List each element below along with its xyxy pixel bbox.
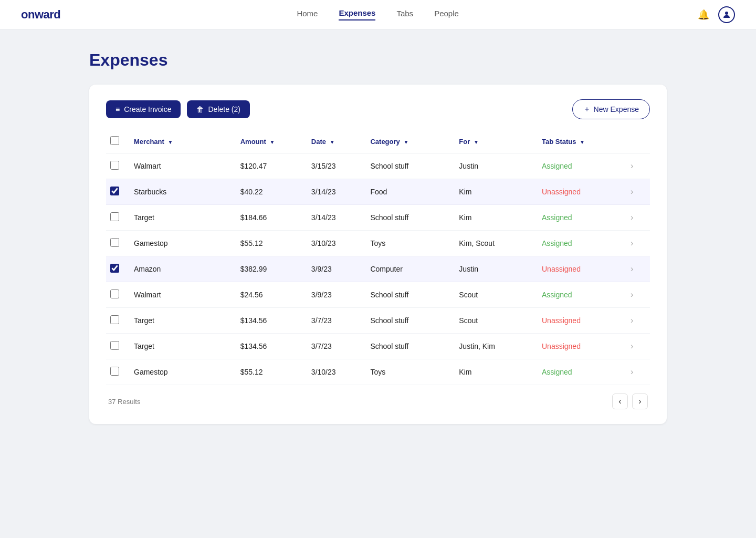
nav-home[interactable]: Home: [297, 9, 318, 20]
nav-expenses[interactable]: Expenses: [339, 8, 375, 20]
row-checkbox-cell: [106, 205, 130, 231]
row-status: Assigned: [538, 231, 626, 256]
row-chevron[interactable]: ›: [631, 316, 633, 325]
row-category: School stuff: [366, 205, 455, 231]
results-count: 37 Results: [108, 398, 140, 406]
row-checkbox-cell: [106, 256, 130, 282]
row-merchant: Gamestop: [130, 231, 236, 256]
for-header[interactable]: For ▼: [455, 132, 538, 153]
row-status: Assigned: [538, 153, 626, 179]
row-action: ›: [626, 308, 650, 334]
row-category: Toys: [366, 359, 455, 385]
row-for: Scout: [455, 282, 538, 308]
next-page-button[interactable]: ›: [632, 394, 648, 409]
row-merchant: Target: [130, 308, 236, 334]
row-checkbox-cell: [106, 179, 130, 205]
row-category: School stuff: [366, 282, 455, 308]
merchant-header[interactable]: Merchant ▼: [130, 132, 236, 153]
toolbar: ≡ Create Invoice 🗑 Delete (2) ＋ New Expe…: [106, 99, 650, 119]
row-amount: $134.56: [236, 308, 307, 334]
user-avatar[interactable]: [718, 6, 735, 23]
table-row: Target $134.56 3/7/23 School stuff Scout…: [106, 308, 650, 334]
select-all-header[interactable]: [106, 132, 130, 153]
nav-links: Home Expenses Tabs People: [297, 8, 458, 20]
notification-bell-button[interactable]: 🔔: [695, 6, 712, 23]
table-row: Gamestop $55.12 3/10/23 Toys Kim, Scout …: [106, 231, 650, 256]
table-row: Walmart $120.47 3/15/23 School stuff Jus…: [106, 153, 650, 179]
row-status: Assigned: [538, 205, 626, 231]
row-chevron[interactable]: ›: [631, 187, 633, 196]
row-checkbox[interactable]: [110, 341, 119, 350]
row-for: Kim: [455, 205, 538, 231]
nav-people[interactable]: People: [434, 9, 459, 20]
row-amount: $55.12: [236, 359, 307, 385]
row-amount: $24.56: [236, 282, 307, 308]
amount-header[interactable]: Amount ▼: [236, 132, 307, 153]
row-date: 3/10/23: [307, 359, 366, 385]
page-content: Expenses ≡ Create Invoice 🗑 Delete (2) ＋…: [79, 29, 677, 445]
plus-icon: ＋: [583, 105, 591, 114]
table-row: Amazon $382.99 3/9/23 Computer Justin Un…: [106, 256, 650, 282]
row-for: Justin: [455, 153, 538, 179]
expenses-table: Merchant ▼ Amount ▼ Date ▼ Category ▼ Fo…: [106, 132, 650, 385]
table-footer: 37 Results ‹ ›: [106, 394, 650, 409]
row-for: Kim, Scout: [455, 231, 538, 256]
category-sort-icon: ▼: [403, 139, 408, 145]
row-checkbox[interactable]: [110, 264, 119, 273]
row-checkbox[interactable]: [110, 315, 119, 324]
merchant-sort-icon: ▼: [167, 139, 173, 145]
row-checkbox-cell: [106, 308, 130, 334]
delete-button[interactable]: 🗑 Delete (2): [187, 100, 249, 118]
row-merchant: Amazon: [130, 256, 236, 282]
row-action: ›: [626, 359, 650, 385]
pagination: ‹ ›: [612, 394, 648, 409]
row-category: Toys: [366, 231, 455, 256]
row-status: Unassigned: [538, 334, 626, 359]
nav-icons: 🔔: [695, 6, 735, 23]
prev-page-button[interactable]: ‹: [612, 394, 628, 409]
expenses-card: ≡ Create Invoice 🗑 Delete (2) ＋ New Expe…: [89, 85, 667, 424]
row-action: ›: [626, 179, 650, 205]
row-chevron[interactable]: ›: [631, 161, 633, 170]
row-checkbox-cell: [106, 334, 130, 359]
row-date: 3/9/23: [307, 256, 366, 282]
row-for: Justin, Kim: [455, 334, 538, 359]
date-sort-icon: ▼: [330, 139, 335, 145]
category-header[interactable]: Category ▼: [366, 132, 455, 153]
row-checkbox[interactable]: [110, 212, 119, 221]
invoice-icon: ≡: [116, 105, 120, 113]
row-chevron[interactable]: ›: [631, 290, 633, 299]
navbar: onward Home Expenses Tabs People 🔔: [0, 0, 756, 29]
row-checkbox[interactable]: [110, 187, 119, 195]
row-chevron[interactable]: ›: [631, 264, 633, 273]
row-chevron[interactable]: ›: [631, 239, 633, 247]
select-all-checkbox[interactable]: [110, 136, 119, 145]
row-date: 3/14/23: [307, 179, 366, 205]
tab-status-header[interactable]: Tab Status ▼: [538, 132, 626, 153]
row-checkbox[interactable]: [110, 367, 119, 376]
new-expense-button[interactable]: ＋ New Expense: [572, 99, 650, 119]
row-checkbox[interactable]: [110, 289, 119, 298]
row-amount: $40.22: [236, 179, 307, 205]
nav-tabs[interactable]: Tabs: [396, 9, 413, 20]
row-action: ›: [626, 153, 650, 179]
row-merchant: Walmart: [130, 153, 236, 179]
row-chevron[interactable]: ›: [631, 213, 633, 222]
row-date: 3/7/23: [307, 308, 366, 334]
row-chevron[interactable]: ›: [631, 367, 633, 376]
row-action: ›: [626, 231, 650, 256]
row-checkbox[interactable]: [110, 238, 119, 247]
row-status: Unassigned: [538, 179, 626, 205]
status-sort-icon: ▼: [580, 139, 585, 145]
row-chevron[interactable]: ›: [631, 342, 633, 350]
row-checkbox-cell: [106, 231, 130, 256]
row-category: Computer: [366, 256, 455, 282]
date-header[interactable]: Date ▼: [307, 132, 366, 153]
table-row: Target $184.66 3/14/23 School stuff Kim …: [106, 205, 650, 231]
page-title: Expenses: [89, 50, 667, 70]
row-checkbox[interactable]: [110, 161, 119, 170]
row-action: ›: [626, 205, 650, 231]
row-checkbox-cell: [106, 359, 130, 385]
create-invoice-button[interactable]: ≡ Create Invoice: [106, 100, 181, 118]
for-sort-icon: ▼: [474, 139, 479, 145]
